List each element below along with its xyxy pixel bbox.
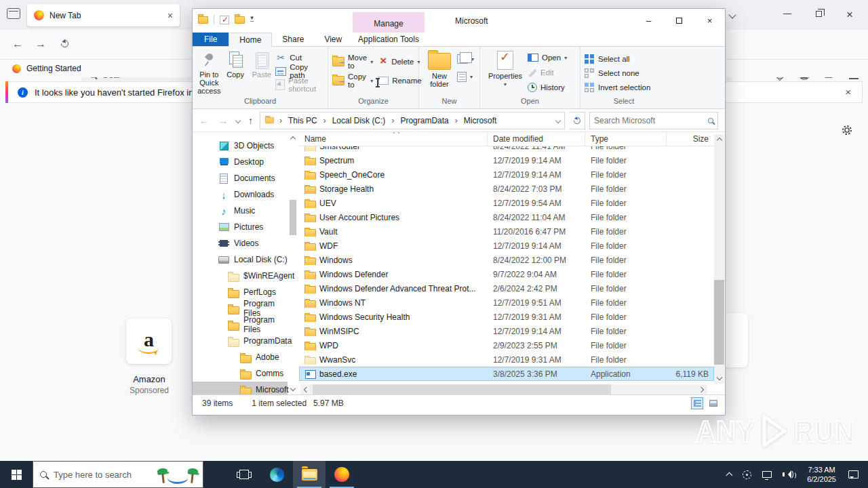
volume-button[interactable]	[777, 461, 800, 488]
bookmark-getting-started[interactable]: Getting Started	[26, 64, 81, 73]
tab-view[interactable]: View	[314, 33, 352, 46]
sidebar-item[interactable]: Downloads	[193, 186, 288, 203]
taskbar-search[interactable]	[33, 461, 203, 488]
sidebar-item[interactable]: PerfLogs	[193, 284, 288, 300]
recent-locations-chevron-icon[interactable]	[235, 117, 241, 123]
tray-expand-button[interactable]	[722, 461, 737, 488]
file-row[interactable]: User Account Pictures 8/24/2022 11:04 AM…	[299, 210, 714, 224]
refresh-button[interactable]	[569, 112, 585, 129]
tab-list-chevron-icon[interactable]	[728, 11, 736, 18]
tray-sync-button[interactable]	[737, 461, 757, 488]
network-button[interactable]	[757, 461, 777, 488]
file-row[interactable]: Windows Defender Advanced Threat Prot...…	[299, 281, 714, 296]
column-header-date[interactable]: Date modified	[488, 132, 585, 146]
scroll-down-icon[interactable]	[288, 384, 298, 394]
explorer-close-button[interactable]: ×	[694, 9, 725, 33]
sidebar-item[interactable]: Comms	[193, 365, 288, 382]
sidebar-item[interactable]: Pictures	[193, 219, 288, 235]
file-row[interactable]: Storage Health 8/24/2022 7:03 PM File fo…	[299, 182, 714, 196]
file-row[interactable]: Spectrum 12/7/2019 9:14 AM File folder	[299, 153, 714, 167]
notification-close-icon[interactable]: ×	[845, 87, 851, 97]
sidebar-item[interactable]: 3D Objects	[193, 138, 288, 154]
action-center-button[interactable]	[843, 461, 868, 488]
firefox-close-button[interactable]: ×	[846, 9, 853, 20]
vertical-scrollbar[interactable]	[714, 134, 724, 384]
new-folder-icon[interactable]	[235, 16, 245, 24]
scroll-up-icon[interactable]	[288, 132, 298, 143]
sponsored-tile[interactable]: a	[126, 319, 172, 364]
file-row[interactable]: UEV 12/7/2019 9:54 AM File folder	[299, 196, 714, 210]
tab-close-icon[interactable]: ×	[167, 11, 173, 20]
manage-contextual-header[interactable]: Manage	[353, 12, 425, 33]
tab-application-tools[interactable]: Application Tools	[353, 33, 425, 46]
sidebar-item[interactable]: Adobe	[193, 349, 288, 365]
tab-file[interactable]: File	[193, 33, 229, 46]
file-row[interactable]: WPD 2/9/2023 2:55 PM File folder	[299, 338, 714, 352]
start-button[interactable]	[0, 461, 33, 488]
explorer-search-box[interactable]	[589, 112, 718, 129]
edge-button[interactable]	[260, 461, 293, 488]
forward-icon[interactable]: →	[216, 115, 231, 126]
details-view-button[interactable]	[691, 397, 703, 409]
explorer-minimize-button[interactable]: –	[633, 9, 664, 33]
file-row[interactable]: based.exe 3/8/2025 3:36 PM Application 6…	[299, 367, 714, 381]
file-row[interactable]: WDF 12/7/2019 9:14 AM File folder	[299, 239, 714, 253]
crumb-this-pc[interactable]: This PC	[287, 116, 319, 125]
sidebar-item[interactable]: Desktop	[193, 154, 288, 170]
file-row[interactable]: Windows 8/24/2022 12:00 PM File folder	[299, 253, 714, 267]
task-view-button[interactable]	[228, 461, 260, 488]
customize-qat-icon[interactable]: ▾–	[250, 16, 254, 23]
file-explorer-button[interactable]	[293, 461, 326, 488]
nav-scrollbar[interactable]	[288, 132, 298, 394]
firefox-restore-button[interactable]	[816, 11, 822, 17]
breadcrumb[interactable]: › This PC › Local Disk (C:) › ProgramDat…	[260, 112, 565, 129]
column-header-size[interactable]: Size	[667, 132, 714, 146]
sidebar-item[interactable]: Videos	[193, 235, 288, 251]
file-row[interactable]: Vault 11/20/2016 6:47 PM File folder	[299, 224, 714, 239]
browser-reload-icon[interactable]	[60, 39, 70, 49]
file-row[interactable]: Windows Defender 9/7/2022 9:04 AM File f…	[299, 267, 714, 281]
explorer-maximize-button[interactable]	[664, 9, 694, 33]
file-row[interactable]: Windows NT 12/7/2019 9:51 AM File folder	[299, 296, 714, 310]
properties-check-icon[interactable]	[220, 16, 229, 24]
scroll-down-icon[interactable]	[714, 373, 724, 384]
back-icon[interactable]: ←	[197, 115, 212, 126]
new-folder-button[interactable]: New folder	[423, 49, 456, 97]
address-dropdown-chevron-icon[interactable]	[555, 117, 561, 123]
sidebar-item[interactable]: ProgramData	[193, 333, 288, 349]
file-row[interactable]: Windows Security Health 12/7/2019 9:31 A…	[299, 310, 714, 324]
scrollbar-thumb[interactable]	[714, 280, 724, 365]
select-all-button[interactable]: Select all	[585, 54, 650, 64]
personalize-gear-icon[interactable]	[841, 124, 853, 136]
copy-path-button[interactable]: Copy path	[275, 66, 323, 77]
clock[interactable]: 7:33 AM6/2/2025	[800, 461, 843, 488]
browser-back-icon[interactable]: ←	[12, 38, 23, 50]
tab-share[interactable]: Share	[272, 33, 314, 46]
easy-access-button[interactable]: ▾	[457, 71, 474, 82]
scroll-left-icon[interactable]	[300, 384, 311, 394]
edit-button[interactable]: Edit	[528, 67, 567, 78]
firefox-view-icon[interactable]	[7, 8, 20, 19]
sidebar-item[interactable]: Documents	[193, 170, 288, 186]
file-row[interactable]: WinMSIPC 12/7/2019 9:14 AM File folder	[299, 324, 714, 338]
copy-button[interactable]: Copy	[223, 49, 248, 97]
file-row[interactable]: WwanSvc 12/7/2019 9:31 AM File folder	[299, 352, 714, 367]
sidebar-item[interactable]: Program Files	[193, 300, 288, 317]
copy-to-button[interactable]: Copy to▾	[332, 75, 373, 86]
sidebar-item[interactable]: $WinREAgent	[193, 268, 288, 284]
scrollbar-thumb[interactable]	[290, 200, 296, 235]
sidebar-item[interactable]: Program Files	[193, 317, 288, 333]
scrollbar-thumb[interactable]	[313, 384, 611, 394]
explorer-titlebar[interactable]: ▾– Manage Microsoft – ×	[193, 9, 725, 33]
tab-home[interactable]: Home	[229, 33, 272, 47]
firefox-button[interactable]	[326, 461, 358, 488]
cut-button[interactable]: Cut	[275, 52, 323, 63]
browser-forward-icon[interactable]: →	[35, 38, 46, 50]
sidebar-item[interactable]: Music	[193, 203, 288, 219]
paste-shortcut-button[interactable]: Paste shortcut	[275, 79, 323, 90]
scroll-up-icon[interactable]	[714, 134, 724, 144]
thumbnail-view-button[interactable]	[707, 397, 719, 409]
file-row[interactable]: SmsRouter 8/24/2022 11:41 AM File folder	[299, 146, 714, 153]
column-header-type[interactable]: Type	[585, 132, 667, 146]
open-button[interactable]: Open▾	[528, 52, 567, 63]
